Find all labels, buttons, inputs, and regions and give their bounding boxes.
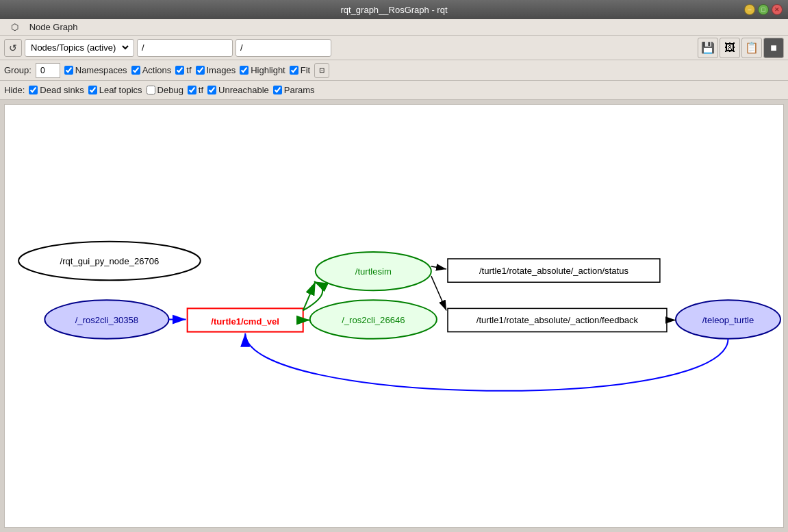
debug-checkbox[interactable] — [147, 86, 155, 94]
node-rotate-status-label: /turtle1/rotate_absolute/_action/status — [479, 266, 629, 276]
highlight-check: Highlight — [240, 65, 285, 75]
edge-turtlesim-to-status — [431, 266, 446, 269]
images-label: Images — [207, 65, 236, 75]
group-value-input[interactable] — [36, 63, 60, 78]
fit-label: Fit — [301, 65, 310, 75]
hide-label: Hide: — [4, 85, 25, 95]
main-content: /rqt_gui_py_node_26706 /_ros2cli_30358 /… — [0, 100, 788, 532]
graph-svg: /rqt_gui_py_node_26706 /_ros2cli_30358 /… — [5, 105, 783, 527]
view-button[interactable]: ■ — [763, 38, 784, 58]
tf-check: tf — [175, 65, 191, 75]
leaf-topics-check: Leaf topics — [88, 85, 142, 95]
tf-label: tf — [186, 65, 191, 75]
edge-turtlesim-to-feedback — [431, 276, 446, 310]
dead-sinks-checkbox[interactable] — [29, 86, 38, 94]
edge-cmdvel-to-turtlesim-1 — [303, 281, 322, 310]
debug-check: Debug — [147, 85, 183, 95]
menu-bar: ⬡ Node Graph — [0, 19, 788, 36]
filter2-input[interactable] — [236, 39, 331, 57]
unreachable-check: Unreachable — [207, 85, 269, 95]
nodes-topics-dropdown[interactable]: Nodes/Topics (active) Nodes only Topics … — [25, 39, 134, 57]
group-label: Group: — [4, 65, 31, 75]
node-ros2cli-30358-label: /_ros2cli_30358 — [75, 315, 138, 325]
screenshot-button[interactable]: 🖼 — [720, 38, 740, 58]
node-graph-icon: ⬡ — [7, 21, 25, 34]
actions-checkbox[interactable] — [131, 66, 140, 75]
edge-teleop-to-cmdvel — [245, 333, 728, 391]
copy-button[interactable]: 📋 — [741, 38, 762, 58]
hide-tf-checkbox[interactable] — [188, 86, 196, 94]
unreachable-checkbox[interactable] — [207, 86, 216, 94]
dead-sinks-label: Dead sinks — [40, 85, 84, 95]
refresh-button[interactable]: ↺ — [4, 39, 22, 57]
params-check: Params — [273, 85, 315, 95]
node-ros2cli-26646-label: /_ros2cli_26646 — [342, 315, 405, 325]
controls-bar: Group: Namespaces Actions tf Images High… — [0, 60, 788, 81]
menu-item-nodegraph[interactable]: ⬡ Node Graph — [3, 21, 86, 34]
highlight-checkbox[interactable] — [240, 66, 249, 75]
tf-checkbox[interactable] — [175, 66, 184, 75]
nodes-topics-select[interactable]: Nodes/Topics (active) Nodes only Topics … — [28, 42, 131, 53]
node-rqt-gui-label: /rqt_gui_py_node_26706 — [60, 256, 160, 266]
namespaces-checkbox[interactable] — [64, 66, 73, 75]
namespaces-label: Namespaces — [75, 65, 127, 75]
close-button[interactable]: ✕ — [772, 4, 783, 15]
debug-label: Debug — [157, 85, 183, 95]
params-checkbox[interactable] — [273, 86, 282, 94]
node-rotate-feedback-label: /turtle1/rotate_absolute/_action/feedbac… — [476, 315, 639, 325]
hide-bar: Hide: Dead sinks Leaf topics Debug tf Un… — [0, 81, 788, 100]
save-button[interactable]: 💾 — [698, 38, 718, 58]
params-label: Params — [284, 85, 315, 95]
highlight-label: Highlight — [251, 65, 285, 75]
node-turtlesim-label: /turtlesim — [355, 266, 392, 277]
images-checkbox[interactable] — [196, 66, 205, 75]
leaf-topics-label: Leaf topics — [99, 85, 142, 95]
actions-check: Actions — [131, 65, 172, 75]
node-cmd-vel-label: /turtle1/cmd_vel — [211, 316, 279, 327]
group-spinner[interactable] — [36, 63, 60, 78]
leaf-topics-checkbox[interactable] — [88, 86, 97, 94]
hide-tf-check: tf — [188, 85, 203, 95]
minimize-button[interactable]: – — [744, 4, 755, 15]
node-teleop-label: /teleop_turtle — [702, 315, 754, 325]
unreachable-label: Unreachable — [218, 85, 269, 95]
window-controls: – □ ✕ — [744, 4, 783, 15]
images-check: Images — [196, 65, 236, 75]
fit-check: Fit — [290, 65, 310, 75]
dead-sinks-check: Dead sinks — [29, 85, 84, 95]
hide-tf-label: tf — [199, 85, 203, 95]
graph-area[interactable]: /rqt_gui_py_node_26706 /_ros2cli_30358 /… — [4, 104, 784, 528]
fit-badge[interactable]: ⊡ — [314, 63, 329, 78]
window-title: rqt_graph__RosGraph - rqt — [340, 5, 447, 15]
maximize-button[interactable]: □ — [758, 4, 769, 15]
actions-label: Actions — [142, 65, 172, 75]
filter1-input[interactable] — [137, 39, 233, 57]
toolbar: ↺ Nodes/Topics (active) Nodes only Topic… — [0, 36, 788, 60]
toolbar-right-buttons: 💾 🖼 📋 ■ — [698, 38, 784, 58]
fit-checkbox[interactable] — [290, 66, 298, 75]
namespaces-check: Namespaces — [64, 65, 127, 75]
title-bar: rqt_graph__RosGraph - rqt – □ ✕ — [0, 0, 788, 19]
